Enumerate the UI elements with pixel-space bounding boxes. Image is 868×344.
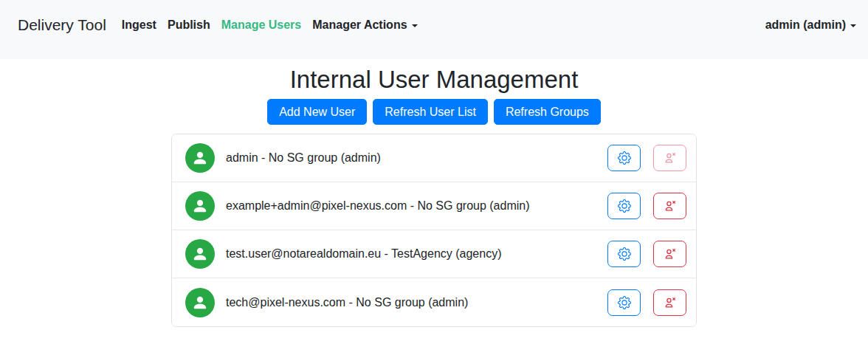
delete-user-button[interactable] [653, 193, 686, 219]
user-settings-button[interactable] [607, 145, 641, 171]
toolbar: Add New User Refresh User List Refresh G… [0, 99, 868, 125]
nav-item-manager-actions[interactable]: Manager Actions [312, 18, 417, 32]
gear-icon [618, 296, 631, 309]
user-avatar [185, 288, 215, 317]
user-row-label: example+admin@pixel-nexus.com - No SG gr… [226, 199, 530, 213]
user-account-label: admin (admin) [765, 18, 846, 31]
user-avatar [185, 143, 215, 173]
gear-icon [618, 151, 631, 165]
navbar: Delivery Tool Ingest Publish Manage User… [0, 0, 868, 59]
gear-icon [618, 199, 631, 213]
user-row-label: test.user@notarealdomain.eu - TestAgency… [226, 247, 501, 261]
user-avatar [185, 191, 215, 221]
user-row: admin - No SG group (admin) [172, 134, 696, 182]
user-list: admin - No SG group (admin) example+admi… [171, 134, 697, 327]
caret-down-icon [412, 24, 418, 27]
user-row: example+admin@pixel-nexus.com - No SG gr… [172, 182, 696, 230]
caret-down-icon [850, 24, 856, 27]
user-settings-button[interactable] [607, 241, 641, 267]
user-account-menu[interactable]: admin (admin) [765, 18, 856, 32]
refresh-user-list-button[interactable]: Refresh User List [373, 99, 488, 125]
refresh-groups-button[interactable]: Refresh Groups [494, 99, 601, 125]
page-title: Internal User Management [0, 65, 868, 94]
nav-item-manage-users[interactable]: Manage Users [221, 18, 302, 32]
person-x-icon [664, 151, 677, 165]
person-x-icon [664, 296, 677, 309]
user-avatar [185, 239, 215, 269]
person-x-icon [664, 199, 677, 213]
delete-user-button[interactable] [653, 241, 686, 267]
app-brand[interactable]: Delivery Tool [18, 16, 106, 34]
add-new-user-button[interactable]: Add New User [267, 99, 367, 125]
delete-user-button [653, 145, 686, 171]
user-settings-button[interactable] [607, 289, 641, 316]
person-icon [192, 295, 208, 311]
person-x-icon [664, 247, 677, 261]
person-icon [192, 150, 208, 166]
user-row: test.user@notarealdomain.eu - TestAgency… [172, 230, 696, 278]
person-icon [192, 198, 208, 214]
person-icon [192, 246, 208, 262]
nav-item-manager-actions-label: Manager Actions [312, 18, 407, 31]
user-row-label: admin - No SG group (admin) [226, 151, 381, 165]
user-row: tech@pixel-nexus.com - No SG group (admi… [172, 278, 696, 326]
nav-item-publish[interactable]: Publish [168, 18, 210, 32]
user-row-label: tech@pixel-nexus.com - No SG group (admi… [226, 296, 468, 309]
nav-item-ingest[interactable]: Ingest [122, 18, 156, 32]
user-settings-button[interactable] [607, 193, 641, 219]
main-nav: Ingest Publish Manage Users Manager Acti… [122, 18, 418, 32]
gear-icon [618, 247, 631, 261]
delete-user-button[interactable] [653, 289, 686, 316]
